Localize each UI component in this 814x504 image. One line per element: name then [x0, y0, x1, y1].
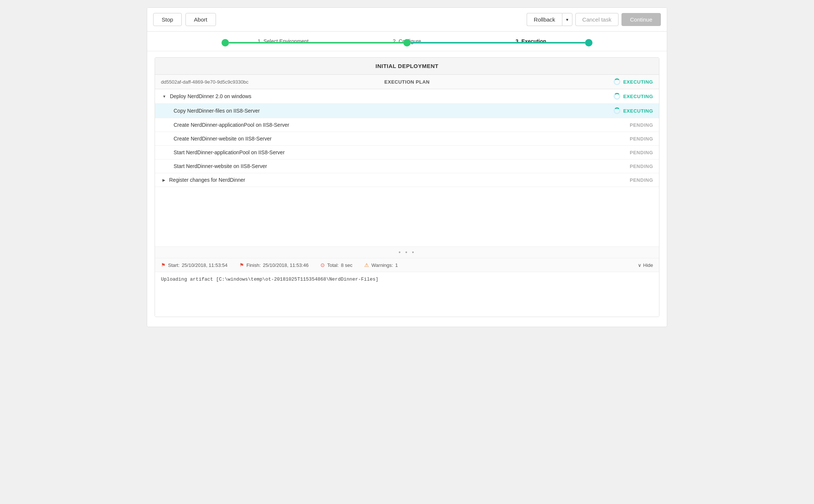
log-header: ⚑ Start: 25/10/2018, 11:53:54 ⚑ Finish: …: [155, 258, 659, 272]
empty-space: [155, 187, 659, 246]
cancel-task-button[interactable]: Cancel task: [575, 13, 618, 26]
header-status: EXECUTING: [623, 79, 653, 85]
toolbar: Stop Abort Rollback ▾ Cancel task Contin…: [147, 8, 667, 32]
log-start: ⚑ Start: 25/10/2018, 11:53:54: [161, 262, 227, 268]
copy-files-label: Copy NerdDinner-files on IIS8-Server: [174, 108, 260, 114]
create-website-label: Create NerdDinner-website on IIS8-Server: [174, 136, 272, 142]
log-total: ⊙ Total: 8 sec: [320, 262, 352, 268]
plan-hash: dd5502af-daff-4869-9e70-9d5c9c9330bc: [161, 79, 248, 85]
warnings-icon: ⚠: [364, 262, 369, 268]
step-line-1: [229, 42, 403, 43]
log-hide-button[interactable]: ∨ Hide: [638, 262, 653, 268]
rollback-dropdown-button[interactable]: ▾: [562, 13, 572, 26]
start-apppool-label: Start NerdDinner-applicationPool on IIS8…: [174, 149, 285, 155]
stop-button[interactable]: Stop: [153, 13, 182, 26]
step-line-2: [411, 42, 585, 43]
log-start-label: Start:: [168, 262, 180, 268]
log-start-value: 25/10/2018, 11:53:54: [182, 262, 227, 268]
chevron-down-icon: ∨: [638, 262, 642, 268]
log-warnings: ⚠ Warnings: 1: [364, 262, 398, 268]
log-warnings-label: Warnings:: [371, 262, 393, 268]
deploy-status: EXECUTING: [623, 94, 653, 99]
stepper: 1. Select Environment 2. Configure 3. Ex…: [147, 32, 667, 51]
start-website-label: Start NerdDinner-website on IIS8-Server: [174, 163, 267, 169]
log-finish-value: 25/10/2018, 11:53:46: [263, 262, 309, 268]
row-create-apppool: Create NerdDinner-applicationPool on IIS…: [155, 118, 659, 132]
main-content: INITIAL DEPLOYMENT dd5502af-daff-4869-9e…: [147, 51, 667, 323]
create-website-status: PENDING: [630, 136, 653, 142]
register-changes-label: Register changes for NerdDinner: [169, 177, 245, 183]
start-website-status: PENDING: [630, 164, 653, 169]
toggle-register[interactable]: ▶: [162, 178, 165, 182]
start-apppool-status: PENDING: [630, 150, 653, 155]
copy-status: EXECUTING: [623, 108, 653, 114]
deployment-panel: INITIAL DEPLOYMENT dd5502af-daff-4869-9e…: [155, 57, 659, 317]
toolbar-left: Stop Abort: [153, 13, 523, 26]
row-deploy-label: Deploy NerdDinner 2.0 on windows: [170, 93, 251, 99]
log-finish-label: Finish:: [246, 262, 261, 268]
create-apppool-status: PENDING: [630, 122, 653, 128]
finish-flag-icon: ⚑: [239, 262, 244, 268]
plan-header-label: EXECUTION PLAN: [384, 79, 430, 85]
copy-spinner: [614, 107, 620, 114]
row-register-changes: ▶ Register changes for NerdDinner PENDIN…: [155, 173, 659, 187]
main-container: Stop Abort Rollback ▾ Cancel task Contin…: [147, 7, 667, 327]
start-flag-icon: ⚑: [161, 262, 166, 268]
row-copy-files: Copy NerdDinner-files on IIS8-Server EXE…: [155, 104, 659, 118]
stepper-track: [222, 39, 592, 46]
log-total-label: Total:: [327, 262, 339, 268]
row-create-website: Create NerdDinner-website on IIS8-Server…: [155, 132, 659, 146]
log-total-value: 8 sec: [341, 262, 352, 268]
deployment-title: INITIAL DEPLOYMENT: [155, 58, 659, 75]
log-finish: ⚑ Finish: 25/10/2018, 11:53:46: [239, 262, 309, 268]
abort-button[interactable]: Abort: [185, 13, 216, 26]
row-deploy-nerddinner: ▼ Deploy NerdDinner 2.0 on windows EXECU…: [155, 89, 659, 104]
continue-button[interactable]: Continue: [621, 13, 661, 26]
rollback-group: Rollback ▾: [527, 13, 572, 26]
toggle-deploy[interactable]: ▼: [162, 94, 166, 98]
rollback-button[interactable]: Rollback: [527, 13, 562, 26]
total-clock-icon: ⊙: [320, 262, 325, 268]
toolbar-right: Rollback ▾ Cancel task Continue: [527, 13, 661, 26]
plan-table: dd5502af-daff-4869-9e70-9d5c9c9330bc EXE…: [155, 75, 659, 246]
step-1-dot: [222, 39, 229, 46]
row-start-website: Start NerdDinner-website on IIS8-Server …: [155, 159, 659, 173]
row-start-apppool: Start NerdDinner-applicationPool on IIS8…: [155, 146, 659, 159]
header-spinner: [614, 78, 620, 85]
plan-header-row: dd5502af-daff-4869-9e70-9d5c9c9330bc EXE…: [155, 75, 659, 89]
step-2-dot: [403, 39, 411, 46]
step-3-dot: [585, 39, 592, 46]
hide-label: Hide: [643, 262, 653, 268]
log-warnings-value: 1: [395, 262, 398, 268]
create-apppool-label: Create NerdDinner-applicationPool on IIS…: [174, 122, 289, 128]
log-text: Uploading artifact [C:\windows\temp\ot-2…: [161, 277, 378, 282]
log-body: Uploading artifact [C:\windows\temp\ot-2…: [155, 272, 659, 317]
resizer[interactable]: • • •: [155, 246, 659, 258]
register-status: PENDING: [630, 177, 653, 183]
deploy-spinner: [614, 93, 620, 100]
